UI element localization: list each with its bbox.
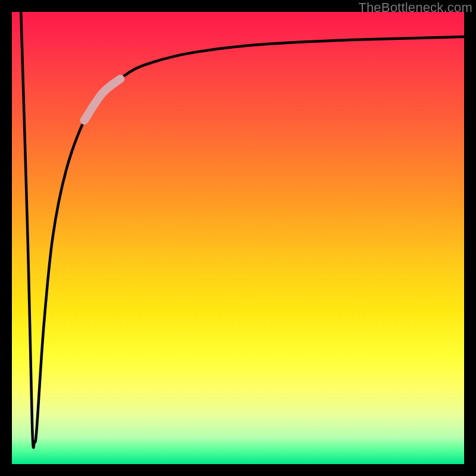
chart-frame: TheBottleneck.com	[0, 0, 476, 476]
bottleneck-curve	[21, 12, 464, 447]
attribution-text: TheBottleneck.com	[358, 0, 472, 15]
highlight-segment	[84, 79, 121, 121]
bottleneck-curve-svg	[12, 12, 464, 464]
plot-area	[12, 12, 464, 464]
